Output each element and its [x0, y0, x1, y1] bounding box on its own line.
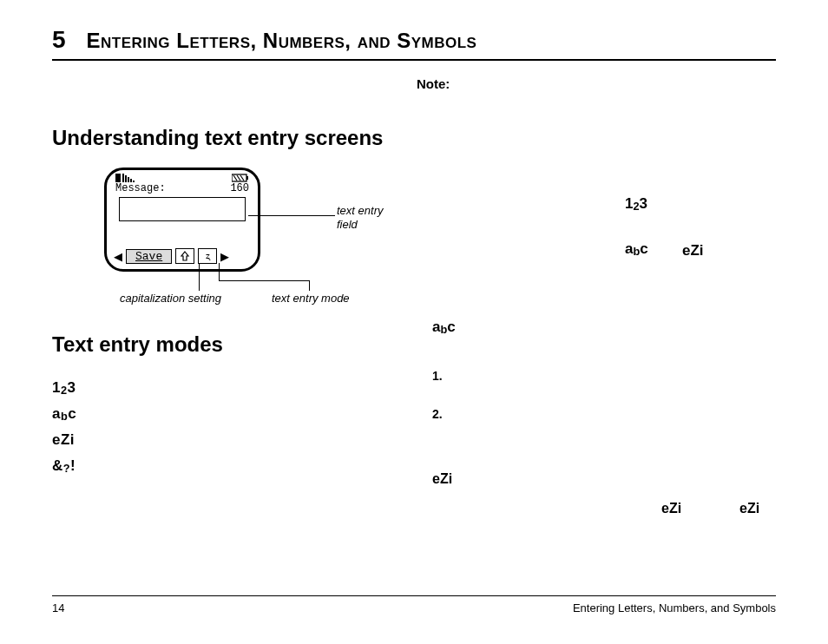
token-ezi-4: eZi [739, 501, 759, 516]
leader-line [219, 280, 309, 281]
list-step-2: 2. [432, 407, 443, 421]
phone-caps-indicator [175, 248, 194, 264]
token-ezi-2: eZi [432, 471, 452, 487]
token-ezi: eZi [682, 242, 704, 260]
running-title: Entering Letters, Numbers, and Symbols [573, 601, 776, 614]
note-label: Note: [52, 76, 776, 91]
svg-line-8 [233, 175, 237, 181]
columns: Understanding text entry screens [52, 126, 776, 478]
leader-line [248, 215, 335, 216]
page-footer: 14 Entering Letters, Numbers, and Symbol… [52, 595, 776, 614]
signal-icon [115, 174, 138, 182]
left-arrow-icon: ◀ [114, 251, 122, 262]
phone-message-label: Message: [115, 182, 166, 194]
modes-list: 123 abc eZi &?! [52, 374, 399, 478]
phone-status-bar [107, 170, 258, 182]
left-column: Understanding text entry screens [52, 126, 399, 478]
phone-text-field [119, 197, 246, 221]
callout-text-entry-mode: text entry mode [272, 292, 350, 305]
leader-line [199, 263, 200, 291]
phone-softkey-row: ◀ Save ʐ ▶ [114, 248, 251, 264]
battery-icon [232, 174, 249, 182]
section-text-entry-modes: Text entry modes [52, 332, 399, 357]
page-number: 14 [52, 601, 64, 614]
mode-abc: abc [52, 400, 399, 426]
chapter-number: 5 [52, 26, 66, 54]
page: 5 Entering Letters, Numbers, and Symbols… [0, 0, 828, 644]
token-123: 123 [625, 195, 647, 213]
mode-ezi: eZi [52, 426, 399, 452]
svg-rect-2 [125, 175, 127, 182]
right-arrow-icon: ▶ [220, 251, 229, 262]
phone-screen: Message: 160 ◀ Save ʐ ▶ [104, 168, 260, 272]
chapter-title: Entering Letters, Numbers, and Symbols [87, 29, 477, 53]
callout-capitalization: capitalization setting [120, 292, 221, 305]
callout-text-entry-field: text entry field [337, 204, 406, 231]
phone-illustration: Message: 160 ◀ Save ʐ ▶ text [104, 168, 382, 306]
svg-rect-1 [122, 174, 124, 182]
svg-line-10 [240, 175, 244, 181]
phone-mode-indicator: ʐ [198, 248, 217, 264]
section-understanding: Understanding text entry screens [52, 126, 399, 150]
chapter-heading: 5 Entering Letters, Numbers, and Symbols [52, 26, 776, 54]
heading-rule [52, 59, 776, 61]
list-step-1: 1. [432, 369, 443, 383]
right-column: 123 abc eZi abc 1. 2. eZi eZi eZi [420, 126, 776, 478]
token-abc-2: abc [432, 319, 456, 336]
leader-line [309, 280, 310, 291]
phone-save-button: Save [126, 249, 172, 264]
token-abc: abc [625, 240, 648, 258]
mode-123: 123 [52, 374, 399, 400]
token-ezi-3: eZi [661, 501, 681, 516]
svg-line-9 [237, 175, 240, 181]
svg-rect-7 [246, 176, 248, 180]
leader-line [219, 263, 220, 280]
svg-rect-0 [115, 174, 121, 182]
phone-label-row: Message: 160 [107, 182, 258, 194]
phone-char-counter: 160 [230, 182, 249, 194]
mode-symbols: &?! [52, 452, 399, 478]
